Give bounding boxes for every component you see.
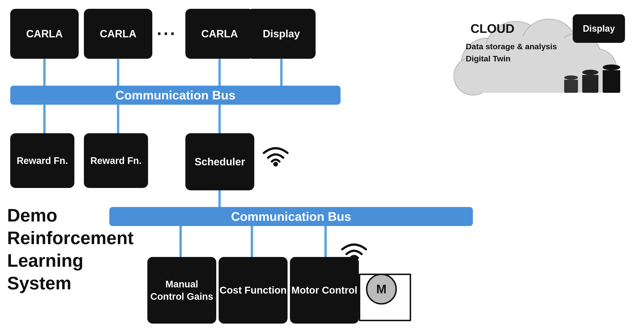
carla-box-1: CARLA [10,9,79,59]
cost-function-box: Cost Function [219,257,288,323]
wifi-icon-bottom [340,238,368,265]
svg-point-11 [273,162,278,167]
reward-fn-1-box: Reward Fn. [10,133,74,188]
motor-rectangle [359,274,411,321]
manual-control-gains-box: Manual Control Gains [147,257,216,323]
carla-box-3: CARLA [185,9,254,59]
cloud-container: CLOUD Data storage & analysis Digital Tw… [449,7,630,98]
ellipsis: ··· [157,24,177,43]
demo-text: Demo Reinforcement Learning System [7,204,134,294]
svg-point-12 [352,258,356,263]
display-top-box: Display [247,9,316,59]
reward-fn-2-box: Reward Fn. [84,133,148,188]
cloud-text: Data storage & analysis Digital Twin [466,41,557,65]
db-cylinders [564,65,620,93]
bottom-comm-bus: Communication Bus [109,207,473,226]
cloud-label: CLOUD [470,22,514,36]
carla-box-2: CARLA [84,9,152,59]
diagram-container: CARLA CARLA ··· CARLA Display Communicat… [0,0,644,330]
display-cloud-box: Display [573,14,625,43]
wifi-icon-top [262,141,290,169]
top-comm-bus: Communication Bus [10,86,340,105]
scheduler-box: Scheduler [185,133,254,190]
motor-control-box: Motor Control [290,257,359,323]
